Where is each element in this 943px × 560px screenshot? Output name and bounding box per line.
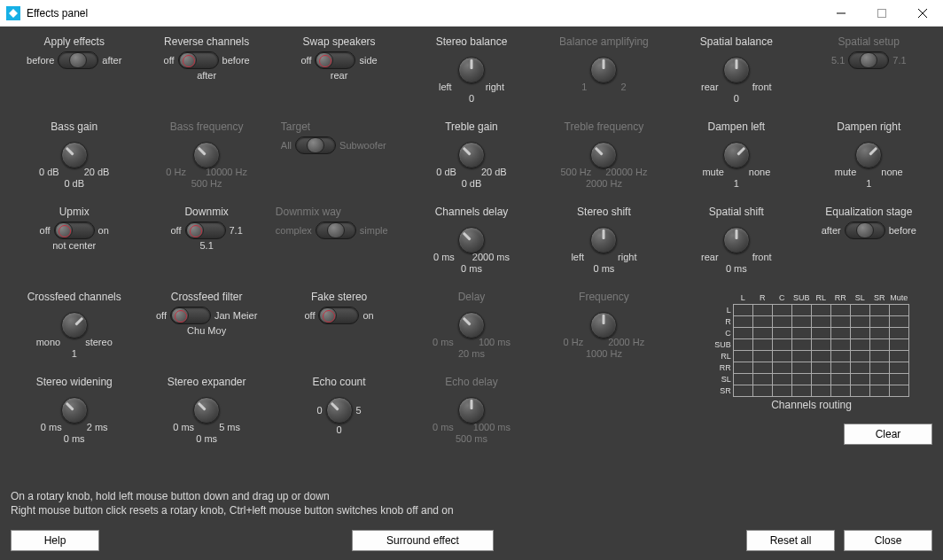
close-window-button[interactable] (902, 0, 943, 27)
routing-cell[interactable] (811, 304, 830, 315)
eq-stage-toggle[interactable] (845, 222, 885, 239)
bass-frequency-knob[interactable] (193, 142, 220, 168)
target-toggle[interactable] (295, 136, 336, 154)
routing-cell[interactable] (752, 350, 772, 362)
routing-cell[interactable] (772, 362, 791, 373)
routing-cell[interactable] (752, 362, 772, 373)
routing-cell[interactable] (869, 350, 889, 362)
routing-cell[interactable] (850, 350, 869, 362)
treble-gain-knob[interactable] (458, 142, 485, 168)
routing-cell[interactable] (772, 327, 791, 338)
routing-cell[interactable] (752, 385, 772, 396)
routing-cell[interactable] (772, 385, 791, 396)
routing-cell[interactable] (830, 304, 850, 315)
dampen-right-knob[interactable] (855, 142, 882, 168)
routing-cell[interactable] (830, 385, 850, 396)
routing-cell[interactable] (850, 327, 869, 338)
routing-cell[interactable] (791, 304, 811, 315)
routing-cell[interactable] (791, 385, 811, 396)
routing-cell[interactable] (733, 385, 752, 396)
routing-cell[interactable] (830, 350, 850, 362)
balance-amplifying-knob[interactable] (590, 57, 617, 83)
routing-cell[interactable] (889, 373, 908, 385)
routing-cell[interactable] (791, 315, 811, 327)
downmix-way-toggle[interactable] (316, 222, 356, 239)
routing-cell[interactable] (830, 327, 850, 338)
routing-cell[interactable] (811, 327, 830, 338)
routing-cell[interactable] (830, 315, 850, 327)
routing-cell[interactable] (811, 315, 830, 327)
stereo-balance-knob[interactable] (458, 57, 485, 83)
frequency-knob[interactable] (590, 312, 617, 338)
routing-cell[interactable] (830, 373, 850, 385)
routing-cell[interactable] (869, 327, 889, 338)
routing-cell[interactable] (889, 362, 908, 373)
routing-cell[interactable] (850, 315, 869, 327)
help-button[interactable]: Help (11, 530, 99, 551)
routing-cell[interactable] (811, 385, 830, 396)
routing-cell[interactable] (733, 304, 752, 315)
crossfeed-channels-knob[interactable] (61, 312, 88, 338)
reverse-channels-toggle[interactable] (178, 51, 219, 69)
echo-delay-knob[interactable] (458, 397, 485, 424)
downmix-toggle[interactable] (185, 222, 226, 239)
routing-cell[interactable] (811, 362, 830, 373)
routing-cell[interactable] (791, 373, 811, 385)
routing-cell[interactable] (830, 338, 850, 350)
maximize-button[interactable] (861, 0, 902, 27)
routing-cell[interactable] (869, 362, 889, 373)
routing-cell[interactable] (869, 315, 889, 327)
routing-cell[interactable] (889, 304, 908, 315)
stereo-widening-knob[interactable] (61, 397, 88, 424)
routing-cell[interactable] (752, 338, 772, 350)
treble-frequency-knob[interactable] (590, 142, 617, 168)
routing-cell[interactable] (752, 327, 772, 338)
routing-cell[interactable] (752, 373, 772, 385)
routing-table[interactable]: LRCSUBRLRRSLSRMuteLRCSUBRLRRSLSR (713, 292, 909, 397)
stereo-expander-knob[interactable] (193, 397, 220, 424)
routing-cell[interactable] (889, 327, 908, 338)
routing-cell[interactable] (733, 315, 752, 327)
routing-cell[interactable] (889, 338, 908, 350)
routing-cell[interactable] (733, 338, 752, 350)
close-button[interactable]: Close (844, 530, 932, 551)
routing-cell[interactable] (889, 350, 908, 362)
routing-cell[interactable] (791, 338, 811, 350)
stereo-shift-knob[interactable] (590, 227, 617, 253)
routing-cell[interactable] (733, 373, 752, 385)
routing-cell[interactable] (889, 385, 908, 396)
apply-effects-toggle[interactable] (58, 51, 98, 69)
spatial-shift-knob[interactable] (723, 227, 750, 253)
clear-button[interactable]: Clear (844, 424, 932, 445)
delay-knob[interactable] (458, 312, 485, 338)
crossfeed-filter-toggle[interactable] (170, 307, 211, 324)
routing-cell[interactable] (830, 362, 850, 373)
swap-speakers-toggle[interactable] (315, 51, 355, 69)
routing-cell[interactable] (772, 338, 791, 350)
spatial-balance-knob[interactable] (723, 57, 750, 83)
routing-cell[interactable] (733, 327, 752, 338)
dampen-left-knob[interactable] (723, 142, 750, 168)
routing-cell[interactable] (791, 350, 811, 362)
channels-delay-knob[interactable] (458, 227, 485, 253)
routing-cell[interactable] (811, 338, 830, 350)
bass-gain-knob[interactable] (61, 142, 88, 168)
routing-cell[interactable] (850, 362, 869, 373)
surround-effect-button[interactable]: Surround effect (352, 530, 494, 551)
routing-cell[interactable] (869, 385, 889, 396)
routing-cell[interactable] (791, 362, 811, 373)
routing-cell[interactable] (850, 373, 869, 385)
minimize-button[interactable] (821, 0, 861, 27)
routing-cell[interactable] (869, 338, 889, 350)
routing-cell[interactable] (811, 350, 830, 362)
fake-stereo-toggle[interactable] (318, 307, 359, 324)
routing-cell[interactable] (889, 315, 908, 327)
routing-cell[interactable] (772, 304, 791, 315)
routing-cell[interactable] (733, 362, 752, 373)
routing-cell[interactable] (869, 304, 889, 315)
routing-cell[interactable] (850, 338, 869, 350)
routing-cell[interactable] (772, 373, 791, 385)
routing-cell[interactable] (752, 304, 772, 315)
routing-cell[interactable] (869, 373, 889, 385)
upmix-toggle[interactable] (54, 222, 95, 239)
